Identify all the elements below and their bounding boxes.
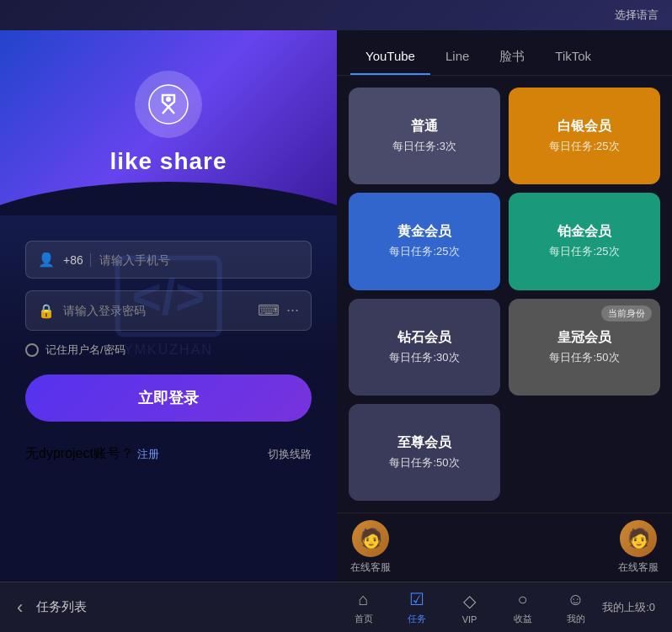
logo-text: like share xyxy=(109,148,227,175)
lock-icon: 🔒 xyxy=(38,303,55,319)
no-account-row: 无dyproject账号？ 注册 xyxy=(25,445,159,463)
card-tasks-supreme: 每日任务:50次 xyxy=(389,455,459,470)
card-tasks-platinum: 每日任务:25次 xyxy=(549,244,619,259)
vip-label: VIP xyxy=(462,614,477,624)
earnings-icon: ○ xyxy=(517,590,527,609)
bottom-links: 无dyproject账号？ 注册 切换线路 xyxy=(0,445,337,463)
my-level-bar: 我的上级:0 xyxy=(602,582,672,632)
switch-line[interactable]: 切换线路 xyxy=(268,447,312,462)
password-icons: ⌨ ··· xyxy=(258,301,299,320)
phone-input-group: 👤 +86 xyxy=(25,241,312,279)
remember-label: 记住用户名/密码 xyxy=(45,343,125,358)
bottom-section: 🧑 在线客服 🧑 在线客服 xyxy=(337,513,672,582)
remember-row: 记住用户名/密码 xyxy=(25,343,312,358)
login-button[interactable]: 立即登录 xyxy=(25,374,312,422)
tab-tiktok[interactable]: TikTok xyxy=(540,40,606,75)
person-icon: 👤 xyxy=(38,252,55,268)
no-account-label: 无dyproject账号？ xyxy=(25,446,134,460)
tasks-label: 任务 xyxy=(408,613,426,625)
mine-label: 我的 xyxy=(567,613,585,625)
nav-item-mine[interactable]: ☺ 我的 xyxy=(549,582,602,632)
register-link[interactable]: 注册 xyxy=(137,448,159,460)
avatar-left: 🧑 xyxy=(352,520,389,557)
card-tasks-diamond: 每日任务:30次 xyxy=(389,350,459,365)
home-icon: ⌂ xyxy=(358,590,368,609)
logo-icon xyxy=(135,71,202,138)
tab-line[interactable]: Line xyxy=(430,40,484,75)
left-bottom-nav: ‹ 任务列表 xyxy=(0,582,337,632)
current-badge: 当前身份 xyxy=(601,305,652,321)
mine-icon: ☺ xyxy=(567,590,584,609)
card-title-gold: 黄金会员 xyxy=(397,223,451,241)
card-title-supreme: 至尊会员 xyxy=(397,434,451,452)
home-label: 首页 xyxy=(355,613,373,625)
tab-youtube[interactable]: YouTube xyxy=(350,40,430,75)
nav-item-earnings[interactable]: ○ 收益 xyxy=(496,582,549,632)
card-tasks-crown: 每日任务:50次 xyxy=(549,350,619,365)
login-form: 👤 +86 🔒 ⌨ ··· 记住用户名/密码 立即登录 xyxy=(0,215,337,438)
cs-label-right: 在线客服 xyxy=(618,560,659,575)
membership-card-diamond[interactable]: 钻石会员 每日任务:30次 xyxy=(349,299,500,396)
my-level-label: 我的上级:0 xyxy=(602,600,655,615)
tab-facebook[interactable]: 脸书 xyxy=(484,40,540,75)
tasks-icon: ☑ xyxy=(409,589,424,609)
card-tasks-silver: 每日任务:25次 xyxy=(549,139,619,154)
membership-card-platinum[interactable]: 铂金会员 每日任务:25次 xyxy=(509,193,660,289)
remember-checkbox[interactable] xyxy=(25,343,39,357)
card-tasks-normal: 每日任务:3次 xyxy=(392,139,456,154)
password-input[interactable] xyxy=(63,304,249,317)
right-bottom-nav: ⌂ 首页 ☑ 任务 ◇ VIP ○ 收益 ☺ 我的 我的上级:0 xyxy=(337,582,672,632)
card-title-normal: 普通 xyxy=(411,118,438,135)
membership-card-normal[interactable]: 普通 每日任务:3次 xyxy=(349,88,500,184)
phone-prefix[interactable]: +86 xyxy=(63,253,91,267)
card-title-diamond: 钻石会员 xyxy=(397,329,451,347)
phone-input[interactable] xyxy=(99,253,299,267)
right-panel: YouTube Line 脸书 TikTok 普通 每日任务:3次 白银会员 每… xyxy=(337,30,672,582)
card-title-silver: 白银会员 xyxy=(557,118,611,135)
customer-service-right[interactable]: 🧑 在线客服 xyxy=(618,520,659,575)
svg-point-0 xyxy=(149,85,188,124)
vip-icon: ◇ xyxy=(463,591,476,611)
nav-item-home[interactable]: ⌂ 首页 xyxy=(337,582,390,632)
membership-card-gold[interactable]: 黄金会员 每日任务:25次 xyxy=(349,193,500,289)
logo-section: like share xyxy=(0,30,337,215)
card-title-crown: 皇冠会员 xyxy=(557,329,611,347)
password-input-group: 🔒 ⌨ ··· xyxy=(25,290,312,331)
svg-point-1 xyxy=(166,97,171,102)
card-title-platinum: 铂金会员 xyxy=(557,223,611,241)
card-tasks-gold: 每日任务:25次 xyxy=(389,244,459,259)
dots-icon[interactable]: ··· xyxy=(286,301,299,320)
membership-card-supreme[interactable]: 至尊会员 每日任务:50次 xyxy=(349,404,500,501)
bottom-nav: ‹ 任务列表 ⌂ 首页 ☑ 任务 ◇ VIP ○ 收益 ☺ 我的 我的上级:0 xyxy=(0,582,672,632)
keyboard-icon[interactable]: ⌨ xyxy=(258,301,280,320)
membership-card-crown[interactable]: 当前身份 皇冠会员 每日任务:50次 xyxy=(509,299,660,396)
avatar-right: 🧑 xyxy=(620,520,657,557)
nav-item-tasks[interactable]: ☑ 任务 xyxy=(390,582,443,632)
main-content: like share </> YMKUZHAN 👤 +86 🔒 ⌨ ··· xyxy=(0,30,672,582)
platform-tabs: YouTube Line 脸书 TikTok xyxy=(337,30,672,76)
top-bar: 选择语言 xyxy=(0,0,672,30)
cs-label-left: 在线客服 xyxy=(350,560,391,575)
task-list-label: 任务列表 xyxy=(36,599,87,615)
language-select[interactable]: 选择语言 xyxy=(615,8,659,23)
membership-card-silver[interactable]: 白银会员 每日任务:25次 xyxy=(509,88,660,184)
left-panel: like share </> YMKUZHAN 👤 +86 🔒 ⌨ ··· xyxy=(0,30,337,582)
membership-grid: 普通 每日任务:3次 白银会员 每日任务:25次 黄金会员 每日任务:25次 铂… xyxy=(337,76,672,513)
nav-item-vip[interactable]: ◇ VIP xyxy=(443,582,496,632)
earnings-label: 收益 xyxy=(514,613,532,625)
customer-service-left[interactable]: 🧑 在线客服 xyxy=(350,520,391,575)
back-button[interactable]: ‹ xyxy=(17,597,23,619)
